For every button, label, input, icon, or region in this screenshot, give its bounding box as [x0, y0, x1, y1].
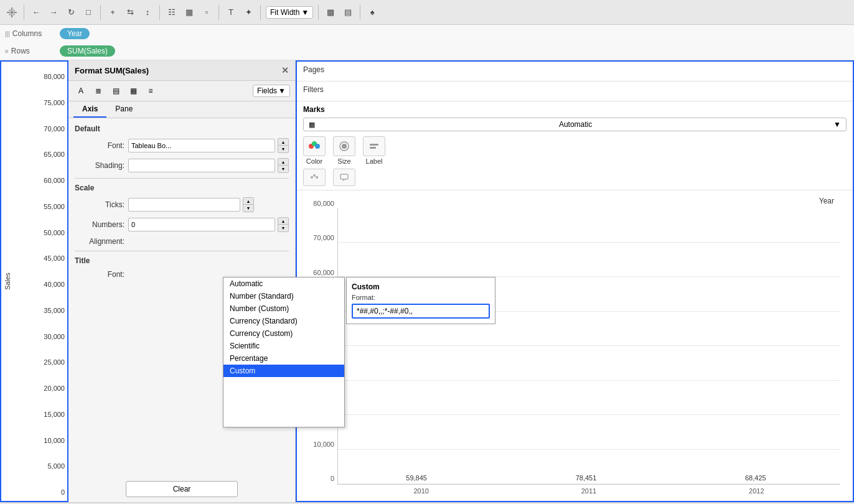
dropdown-currency-custom[interactable]: Currency (Custom) — [223, 327, 344, 340]
chart-year-title: Year — [337, 197, 840, 205]
pages-row: Pages — [297, 62, 853, 82]
numbers-control: ▲ ▼ — [128, 217, 289, 232]
ticks-input[interactable] — [128, 198, 240, 212]
format-panel-header: Format SUM(Sales) ✕ — [68, 60, 295, 81]
dropdown-percentage[interactable]: Percentage — [223, 352, 344, 365]
marks-color-btn[interactable]: Color — [303, 136, 326, 165]
font-up-icon[interactable]: ▲ — [278, 139, 288, 146]
divider2 — [75, 251, 289, 251]
chart-area: 80,000 70,000 60,000 50,000 40,000 30,00… — [297, 190, 853, 501]
color-label: Color — [306, 157, 322, 165]
align-left-icon[interactable]: ≣ — [91, 83, 106, 98]
dropdown-automatic[interactable]: Automatic — [223, 278, 344, 290]
dropdown-custom[interactable]: Custom — [223, 365, 344, 377]
dropdown-currency-standard[interactable]: Currency (Standard) — [223, 315, 344, 327]
sort-asc-icon[interactable]: ↕ — [141, 6, 154, 19]
format-close-button[interactable]: ✕ — [281, 65, 289, 75]
bar-label-2011: 78,451 — [576, 474, 597, 482]
shading-swatch[interactable] — [128, 159, 275, 172]
ticks-stepper[interactable]: ▲ ▼ — [243, 197, 254, 212]
add-data-icon[interactable]: + — [106, 6, 120, 19]
shading-stepper[interactable]: ▲ ▼ — [278, 158, 289, 173]
axis-tab[interactable]: Axis — [73, 101, 106, 118]
fields-label: Fields — [257, 86, 277, 95]
ticks-down-icon[interactable]: ▼ — [243, 205, 253, 212]
svg-point-8 — [315, 144, 320, 149]
font-stepper[interactable]: ▲ ▼ — [278, 138, 289, 153]
border-icon[interactable]: ▦ — [126, 83, 141, 98]
svg-rect-1 — [7, 12, 17, 13]
svg-rect-4 — [9, 10, 15, 11]
fit-width-dropdown[interactable]: Fit Width ▼ — [266, 6, 313, 19]
year-pill[interactable]: Year — [60, 28, 90, 39]
font-label: Font: — [75, 141, 124, 150]
y-axis-panel: Sales 80,000 75,000 70,000 65,000 60,000… — [0, 60, 68, 502]
svg-point-13 — [311, 176, 313, 179]
pause-icon[interactable]: □ — [82, 6, 95, 19]
numbers-up-icon[interactable]: ▲ — [278, 218, 288, 225]
chart-type-icon[interactable]: ▩ — [324, 6, 337, 19]
back-icon[interactable]: ← — [29, 6, 43, 19]
ticks-up-icon[interactable]: ▲ — [243, 198, 253, 205]
sep1 — [24, 5, 24, 20]
svg-rect-16 — [340, 174, 348, 179]
marks-dropdown-value: Automatic — [559, 120, 592, 129]
shading-down-icon[interactable]: ▼ — [278, 166, 288, 172]
annotate-icon[interactable]: ▫ — [200, 6, 214, 19]
x-labels-row: 2010 2011 2012 — [337, 485, 840, 495]
sep7 — [360, 5, 360, 20]
sep3 — [159, 5, 160, 20]
share-icon[interactable]: ♠ — [365, 6, 379, 19]
font-input[interactable] — [128, 139, 275, 152]
refresh-icon[interactable]: ↻ — [64, 6, 78, 19]
shading-up-icon[interactable]: ▲ — [278, 159, 288, 166]
rows-label: ≡ Rows — [5, 47, 55, 55]
dropdown-scientific[interactable]: Scientific — [223, 340, 344, 352]
svg-point-14 — [313, 174, 316, 177]
ticks-label: Ticks: — [75, 200, 124, 209]
shading-control: ▲ ▼ — [128, 158, 289, 173]
format-panel: Format SUM(Sales) ✕ A ≣ ▤ ▦ ≡ Fields ▼ A… — [68, 60, 296, 502]
svg-rect-5 — [9, 14, 15, 15]
text-icon[interactable]: T — [224, 6, 238, 19]
numbers-label: Numbers: — [75, 220, 124, 229]
sum-sales-pill[interactable]: SUM(Sales) — [60, 45, 115, 57]
clear-button[interactable]: Clear — [126, 481, 238, 497]
fit-width-label: Fit Width — [270, 8, 299, 17]
x-label-2010: 2010 — [350, 487, 492, 495]
lines-icon[interactable]: ≡ — [143, 83, 158, 98]
shade-icon[interactable]: ▤ — [108, 83, 123, 98]
marks-size-btn[interactable]: Size — [333, 136, 355, 165]
columns-label: ||| Columns — [5, 29, 55, 38]
rows-shelf-row: ≡ Rows SUM(Sales) — [0, 42, 854, 60]
marks-title: Marks — [303, 105, 847, 114]
pane-tab[interactable]: Pane — [106, 101, 141, 118]
font-icon[interactable]: A — [73, 83, 88, 98]
fields-button[interactable]: Fields ▼ — [253, 85, 290, 97]
tableau-logo-icon[interactable] — [5, 6, 19, 19]
numbers-input[interactable] — [128, 218, 275, 231]
alignment-label: Alignment: — [75, 237, 124, 246]
svg-point-15 — [316, 176, 318, 179]
dropdown-number-standard[interactable]: Number (Standard) — [223, 290, 344, 302]
font-down-icon[interactable]: ▼ — [278, 146, 288, 152]
numbers-stepper[interactable]: ▲ ▼ — [278, 217, 289, 232]
marks-type-dropdown[interactable]: ▩ Automatic ▼ — [303, 118, 847, 131]
monitor-icon[interactable]: ▤ — [341, 6, 355, 19]
numbers-down-icon[interactable]: ▼ — [278, 225, 288, 231]
brush-icon[interactable]: ✦ — [242, 6, 255, 19]
shading-row: Shading: ▲ ▼ — [75, 158, 289, 173]
swap-icon[interactable]: ⇆ — [123, 6, 137, 19]
size-icon — [333, 136, 355, 156]
dropdown-number-custom[interactable]: Number (Custom) — [223, 302, 344, 315]
marks-label-btn[interactable]: Label — [363, 136, 385, 165]
custom-format-input[interactable] — [352, 304, 490, 319]
x-label-2012: 2012 — [685, 487, 828, 495]
format-type-dropdown: Automatic Number (Standard) Number (Cust… — [223, 277, 345, 427]
marks-detail-btn-1[interactable] — [303, 169, 326, 186]
columns-shelf-row: ||| Columns Year — [0, 25, 854, 42]
group-icon[interactable]: ☷ — [165, 6, 179, 19]
label-icon[interactable]: ▦ — [182, 6, 196, 19]
forward-icon[interactable]: → — [47, 6, 60, 19]
marks-tooltip-btn[interactable] — [333, 169, 355, 186]
